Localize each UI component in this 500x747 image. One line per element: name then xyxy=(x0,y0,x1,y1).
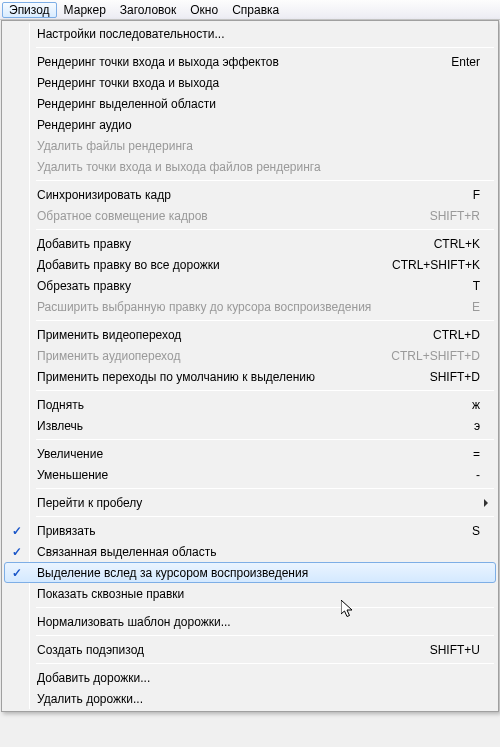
menu-sequence-settings[interactable]: Настройки последовательности... xyxy=(4,23,496,44)
separator xyxy=(36,663,494,664)
menu-go-to-gap[interactable]: Перейти к пробелу xyxy=(4,492,496,513)
menu-lift[interactable]: Поднятьж xyxy=(4,394,496,415)
separator xyxy=(36,320,494,321)
menu-normalize-track[interactable]: Нормализовать шаблон дорожки... xyxy=(4,611,496,632)
menu-add-edit[interactable]: Добавить правкуCTRL+K xyxy=(4,233,496,254)
menu-render-selection[interactable]: Рендеринг выделенной области xyxy=(4,93,496,114)
menu-zoom-out[interactable]: Уменьшение- xyxy=(4,464,496,485)
episode-dropdown: Настройки последовательности... Рендерин… xyxy=(1,20,499,712)
check-icon: ✓ xyxy=(12,545,22,559)
menu-zoom-in[interactable]: Увеличение= xyxy=(4,443,496,464)
menu-linked-selection[interactable]: ✓ Связанная выделенная область xyxy=(4,541,496,562)
menubar-marker[interactable]: Маркер xyxy=(57,2,113,18)
menu-trim-edit[interactable]: Обрезать правкуT xyxy=(4,275,496,296)
menubar-help[interactable]: Справка xyxy=(225,2,286,18)
menubar-header[interactable]: Заголовок xyxy=(113,2,183,18)
menu-render-io-effects[interactable]: Рендеринг точки входа и выхода эффектовE… xyxy=(4,51,496,72)
menu-delete-render-io: Удалить точки входа и выхода файлов ренд… xyxy=(4,156,496,177)
submenu-arrow-icon xyxy=(484,499,488,507)
separator xyxy=(36,47,494,48)
menu-extract[interactable]: Извлечьэ xyxy=(4,415,496,436)
menu-snap[interactable]: ✓ ПривязатьS xyxy=(4,520,496,541)
menu-delete-render-files: Удалить файлы рендеринга xyxy=(4,135,496,156)
menu-render-io[interactable]: Рендеринг точки входа и выхода xyxy=(4,72,496,93)
menu-reverse-match: Обратное совмещение кадровSHIFT+R xyxy=(4,205,496,226)
menu-delete-tracks[interactable]: Удалить дорожки... xyxy=(4,688,496,709)
menu-extend-edit: Расширить выбранную правку до курсора во… xyxy=(4,296,496,317)
separator xyxy=(36,635,494,636)
separator xyxy=(36,439,494,440)
menu-apply-default-transition[interactable]: Применить переходы по умолчанию к выделе… xyxy=(4,366,496,387)
menu-add-edit-all[interactable]: Добавить правку во все дорожкиCTRL+SHIFT… xyxy=(4,254,496,275)
separator xyxy=(36,180,494,181)
separator xyxy=(36,229,494,230)
menubar: Эпизод Маркер Заголовок Окно Справка xyxy=(0,0,500,20)
menu-selection-follows-playhead[interactable]: ✓ Выделение вслед за курсором воспроизве… xyxy=(4,562,496,583)
menu-add-tracks[interactable]: Добавить дорожки... xyxy=(4,667,496,688)
check-icon: ✓ xyxy=(12,524,22,538)
separator xyxy=(36,607,494,608)
menu-render-audio[interactable]: Рендеринг аудио xyxy=(4,114,496,135)
menu-apply-video-transition[interactable]: Применить видеопереходCTRL+D xyxy=(4,324,496,345)
menu-make-subsequence[interactable]: Создать подэпизодSHIFT+U xyxy=(4,639,496,660)
separator xyxy=(36,516,494,517)
separator xyxy=(36,390,494,391)
menu-match-frame[interactable]: Синхронизировать кадрF xyxy=(4,184,496,205)
separator xyxy=(36,488,494,489)
menubar-episode[interactable]: Эпизод xyxy=(2,2,57,18)
menu-show-through-edits[interactable]: Показать сквозные правки xyxy=(4,583,496,604)
check-icon: ✓ xyxy=(12,566,22,580)
menubar-window[interactable]: Окно xyxy=(183,2,225,18)
menu-apply-audio-transition: Применить аудиопереходCTRL+SHIFT+D xyxy=(4,345,496,366)
